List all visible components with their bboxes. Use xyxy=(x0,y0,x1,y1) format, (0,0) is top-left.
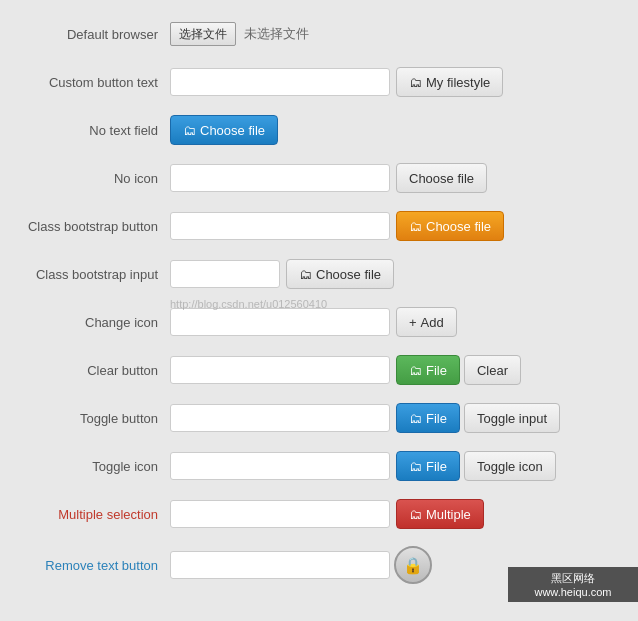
toggle-icon-button[interactable]: Toggle icon xyxy=(464,451,556,481)
clear-button-text-input[interactable] xyxy=(170,356,390,384)
label-custom-button-text: Custom button text xyxy=(10,75,170,90)
folder-icon: 🗂 xyxy=(183,123,196,138)
row-toggle-icon: Toggle icon 🗂 File Toggle icon xyxy=(0,442,638,490)
label-no-icon: No icon xyxy=(10,171,170,186)
multiple-button[interactable]: 🗂 Multiple xyxy=(396,499,484,529)
no-file-text: 未选择文件 xyxy=(244,25,309,43)
choose-file-no-icon-button[interactable]: Choose file xyxy=(396,163,487,193)
folder-icon: 🗂 xyxy=(409,411,422,426)
toggle-input-button[interactable]: Toggle input xyxy=(464,403,560,433)
row-multiple-selection: Multiple selection 🗂 Multiple xyxy=(0,490,638,538)
watermark-brand: 黑区网络 xyxy=(518,571,628,586)
label-class-bootstrap-button: Class bootstrap button xyxy=(10,219,170,234)
circle-icon-button[interactable]: 🔒 xyxy=(394,546,432,584)
add-button[interactable]: + Add xyxy=(396,307,457,337)
folder-icon: 🗂 xyxy=(299,267,312,282)
label-class-bootstrap-input: Class bootstrap input xyxy=(10,267,170,282)
row-class-bootstrap-button: Class bootstrap button 🗂 Choose file xyxy=(0,202,638,250)
label-toggle-button: Toggle button xyxy=(10,411,170,426)
row-class-bootstrap-input: Class bootstrap input 🗂 Choose file xyxy=(0,250,638,298)
page-wrapper: Default browser 选择文件 未选择文件 Custom button… xyxy=(0,10,638,592)
no-icon-text-input[interactable] xyxy=(170,164,390,192)
folder-icon: 🗂 xyxy=(409,75,422,90)
label-multiple-selection: Multiple selection xyxy=(10,507,170,522)
clear-button[interactable]: Clear xyxy=(464,355,521,385)
choose-file-orange-button[interactable]: 🗂 Choose file xyxy=(396,211,504,241)
folder-icon: 🗂 xyxy=(409,363,422,378)
file-blue-button[interactable]: 🗂 File xyxy=(396,403,460,433)
choose-file-bootstrap-button[interactable]: 🗂 Choose file xyxy=(286,259,394,289)
plus-icon: + xyxy=(409,315,417,330)
choose-file-blue-button[interactable]: 🗂 Choose file xyxy=(170,115,278,145)
label-remove-text-button: Remove text button xyxy=(10,558,170,573)
native-file-button[interactable]: 选择文件 xyxy=(170,22,236,46)
folder-icon: 🗂 xyxy=(409,219,422,234)
toggle-button-text-input[interactable] xyxy=(170,404,390,432)
row-clear-button: Clear button 🗂 File Clear xyxy=(0,346,638,394)
row-no-icon: No icon Choose file xyxy=(0,154,638,202)
my-filestyle-button[interactable]: 🗂 My filestyle xyxy=(396,67,503,97)
change-icon-text-input[interactable] xyxy=(170,308,390,336)
row-toggle-button: Toggle button 🗂 File Toggle input xyxy=(0,394,638,442)
file-blue-btn2[interactable]: 🗂 File xyxy=(396,451,460,481)
row-change-icon: Change icon http://blog.csdn.net/u012560… xyxy=(0,298,638,346)
label-toggle-icon: Toggle icon xyxy=(10,459,170,474)
watermark-url: www.heiqu.com xyxy=(518,586,628,598)
label-default-browser: Default browser xyxy=(10,27,170,42)
folder-icon: 🗂 xyxy=(409,507,422,522)
bootstrap-input-text-input[interactable] xyxy=(170,260,280,288)
multiple-selection-text-input[interactable] xyxy=(170,500,390,528)
remove-text-button-input[interactable] xyxy=(170,551,390,579)
label-no-text-field: No text field xyxy=(10,123,170,138)
lock-icon: 🔒 xyxy=(403,556,423,575)
bootstrap-button-text-input[interactable] xyxy=(170,212,390,240)
row-custom-button-text: Custom button text 🗂 My filestyle xyxy=(0,58,638,106)
label-clear-button: Clear button xyxy=(10,363,170,378)
row-no-text-field: No text field 🗂 Choose file xyxy=(0,106,638,154)
toggle-icon-text-input[interactable] xyxy=(170,452,390,480)
folder-icon: 🗂 xyxy=(409,459,422,474)
row-default-browser: Default browser 选择文件 未选择文件 xyxy=(0,10,638,58)
row-remove-text-button: Remove text button 🔒 黑区网络 www.heiqu.com xyxy=(0,538,638,592)
file-green-button[interactable]: 🗂 File xyxy=(396,355,460,385)
bottom-watermark: 黑区网络 www.heiqu.com xyxy=(508,567,638,602)
label-change-icon: Change icon xyxy=(10,315,170,330)
custom-text-input[interactable] xyxy=(170,68,390,96)
